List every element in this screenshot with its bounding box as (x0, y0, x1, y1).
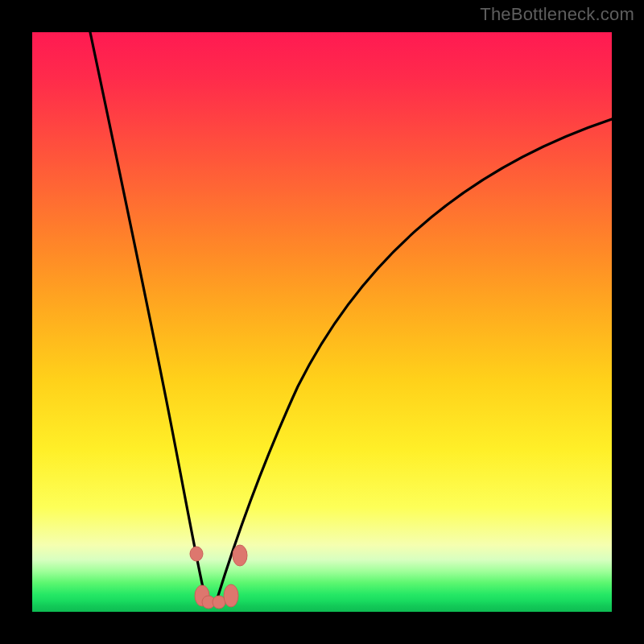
marker-group (190, 545, 247, 609)
marker-a (190, 547, 203, 561)
curve-layer (32, 32, 612, 612)
marker-f (233, 545, 247, 566)
chart-frame: TheBottleneck.com (0, 0, 644, 644)
marker-c (202, 596, 215, 609)
marker-e (224, 584, 238, 607)
bottleneck-curve (90, 32, 612, 602)
marker-d (213, 596, 225, 609)
marker-b (195, 585, 209, 606)
gradient-plot-area (32, 32, 612, 612)
attribution-text: TheBottleneck.com (480, 4, 634, 25)
